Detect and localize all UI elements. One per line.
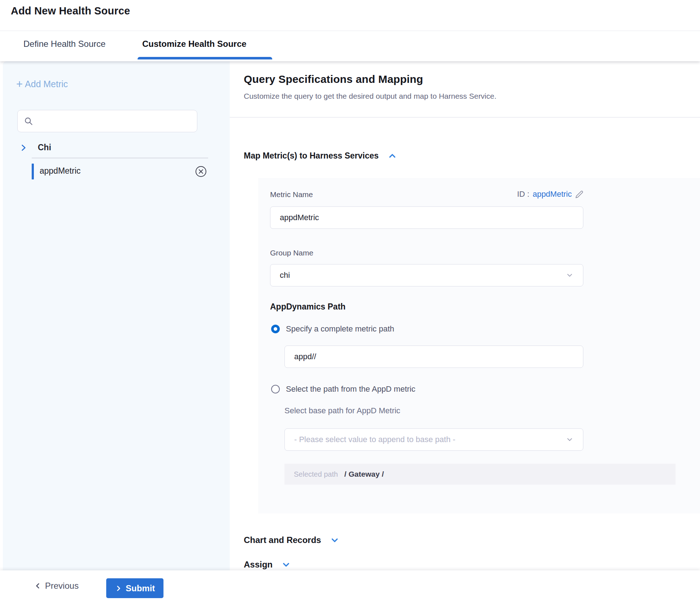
complete-metric-path-input[interactable] — [284, 346, 583, 368]
radio-select-appd-path[interactable]: Select the path from the AppD metric — [271, 384, 416, 394]
page-title: Add New Health Source — [11, 5, 130, 17]
appdynamics-path-title: AppDynamics Path — [270, 302, 346, 312]
chevron-down-icon — [566, 271, 574, 279]
group-name-select[interactable]: chi — [270, 264, 583, 286]
base-path-select[interactable]: - Please select value to append to base … — [284, 428, 583, 451]
metric-search — [17, 110, 197, 132]
section-subtitle: Customize the query to get the desired o… — [244, 92, 497, 101]
submit-button-label: Submit — [126, 583, 155, 593]
radio-selected-icon — [271, 325, 280, 333]
metric-search-input[interactable] — [17, 110, 197, 132]
metric-item-appdmetric[interactable]: appdMetric — [3, 163, 230, 180]
add-health-source-dialog: Add New Health Source Define Health Sour… — [0, 0, 700, 601]
radio-complete-metric-path-label: Specify a complete metric path — [286, 324, 394, 334]
chevron-down-icon — [281, 560, 291, 570]
group-name-value: chi — [280, 271, 290, 280]
selected-indicator-bar — [32, 164, 34, 179]
chevron-right-icon — [115, 585, 122, 592]
chart-and-records-label: Chart and Records — [244, 535, 321, 545]
tab-define-label: Define Health Source — [23, 39, 106, 49]
section-title: Query Specifications and Mapping — [244, 73, 423, 85]
metric-name-label: Metric Name — [270, 190, 313, 199]
metric-name-input[interactable] — [270, 206, 583, 229]
tree-divider — [32, 158, 208, 158]
group-name-label: Group Name — [270, 249, 313, 257]
metric-id-value[interactable]: appdMetric — [533, 190, 572, 199]
selected-path-value: / Gateway / — [344, 470, 384, 478]
chevron-right-icon — [19, 143, 28, 152]
chevron-left-icon — [34, 582, 41, 589]
metric-id-prefix: ID : — [517, 190, 529, 199]
add-metric-label: Add Metric — [25, 79, 68, 89]
tab-customize-label: Customize Health Source — [142, 39, 246, 49]
delete-metric-icon[interactable] — [195, 165, 207, 178]
tab-bar: Define Health Source Customize Health So… — [0, 31, 700, 61]
tab-define-health-source[interactable]: Define Health Source — [23, 31, 106, 57]
map-metrics-form: Metric Name ID : appdMetric Group Name — [258, 178, 700, 513]
dialog-header: Add New Health Source — [0, 0, 700, 31]
metric-group-row[interactable]: Chi — [19, 143, 51, 152]
metric-group-label: Chi — [38, 143, 51, 152]
base-path-placeholder: - Please select value to append to base … — [294, 435, 456, 444]
previous-button[interactable]: Previous — [34, 570, 78, 601]
chevron-up-icon — [387, 151, 397, 161]
selected-path-box: Selected path / Gateway / — [284, 464, 676, 485]
selected-path-label: Selected path — [294, 470, 338, 478]
assign-label: Assign — [244, 560, 273, 570]
add-metric-button[interactable]: + Add Metric — [16, 79, 68, 90]
radio-select-appd-path-label: Select the path from the AppD metric — [286, 384, 416, 394]
assign-section-toggle[interactable]: Assign — [244, 560, 291, 570]
map-metrics-section-toggle[interactable]: Map Metric(s) to Harness Services — [244, 151, 397, 161]
metric-item-label: appdMetric — [40, 166, 81, 176]
chevron-down-icon — [330, 535, 340, 545]
dialog-footer: Previous Submit — [0, 570, 700, 601]
radio-complete-metric-path[interactable]: Specify a complete metric path — [271, 324, 394, 334]
active-tab-indicator — [138, 57, 272, 59]
radio-unselected-icon — [271, 385, 280, 393]
map-metrics-section-label: Map Metric(s) to Harness Services — [244, 151, 379, 161]
metric-id-group: ID : appdMetric — [517, 190, 583, 199]
previous-button-label: Previous — [45, 581, 78, 591]
metrics-sidebar: + Add Metric Chi appdMetric — [3, 61, 230, 570]
tab-customize-health-source[interactable]: Customize Health Source — [142, 31, 246, 57]
chevron-down-icon — [566, 436, 574, 444]
base-path-label: Select base path for AppD Metric — [284, 406, 400, 415]
plus-icon: + — [16, 79, 23, 90]
edit-id-icon[interactable] — [575, 190, 583, 199]
content-card: + Add Metric Chi appdMetric — [3, 61, 700, 570]
section-divider — [230, 117, 700, 117]
header-divider — [0, 31, 700, 31]
query-specs-panel: Query Specifications and Mapping Customi… — [230, 61, 700, 570]
submit-button[interactable]: Submit — [106, 578, 163, 598]
chart-and-records-section-toggle[interactable]: Chart and Records — [244, 535, 340, 545]
